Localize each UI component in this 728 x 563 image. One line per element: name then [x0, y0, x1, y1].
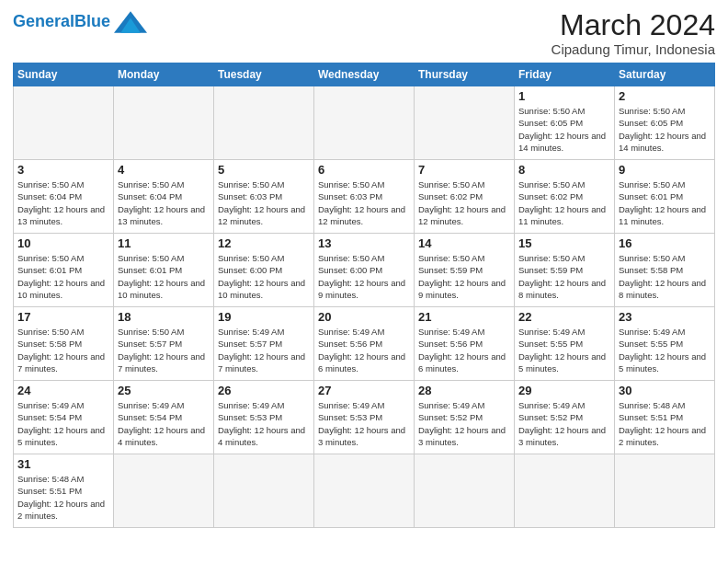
day-number: 5 [218, 163, 310, 177]
calendar-cell: 5Sunrise: 5:50 AM Sunset: 6:03 PM Daylig… [214, 160, 314, 234]
day-number: 31 [17, 457, 109, 471]
location-title: Cipadung Timur, Indonesia [552, 41, 715, 57]
logo: GeneralBlue [13, 9, 147, 35]
calendar-cell: 30Sunrise: 5:48 AM Sunset: 5:51 PM Dayli… [615, 381, 715, 454]
month-title: March 2024 [552, 9, 715, 41]
calendar-cell: 21Sunrise: 5:49 AM Sunset: 5:56 PM Dayli… [415, 307, 515, 381]
weekday-header: Thursday [415, 63, 515, 86]
calendar-cell: 2Sunrise: 5:50 AM Sunset: 6:05 PM Daylig… [615, 86, 715, 160]
calendar-cell: 15Sunrise: 5:50 AM Sunset: 5:59 PM Dayli… [515, 234, 615, 307]
day-info: Sunrise: 5:49 AM Sunset: 5:52 PM Dayligh… [518, 399, 610, 448]
calendar-cell: 4Sunrise: 5:50 AM Sunset: 6:04 PM Daylig… [114, 160, 214, 234]
day-number: 9 [619, 163, 711, 177]
day-info: Sunrise: 5:48 AM Sunset: 5:51 PM Dayligh… [17, 473, 109, 522]
calendar-cell [515, 454, 615, 528]
day-info: Sunrise: 5:48 AM Sunset: 5:51 PM Dayligh… [619, 399, 711, 448]
day-info: Sunrise: 5:50 AM Sunset: 6:02 PM Dayligh… [518, 178, 610, 227]
day-number: 20 [318, 310, 410, 324]
calendar-week-row: 3Sunrise: 5:50 AM Sunset: 6:04 PM Daylig… [14, 160, 715, 234]
calendar-cell [14, 86, 114, 160]
calendar-cell: 31Sunrise: 5:48 AM Sunset: 5:51 PM Dayli… [14, 454, 114, 528]
calendar-week-row: 17Sunrise: 5:50 AM Sunset: 5:58 PM Dayli… [14, 307, 715, 381]
day-number: 4 [118, 163, 210, 177]
day-info: Sunrise: 5:50 AM Sunset: 6:05 PM Dayligh… [619, 105, 711, 154]
day-number: 27 [318, 384, 410, 397]
day-number: 25 [118, 384, 210, 397]
day-info: Sunrise: 5:49 AM Sunset: 5:55 PM Dayligh… [518, 326, 610, 374]
calendar-cell: 7Sunrise: 5:50 AM Sunset: 6:02 PM Daylig… [415, 160, 515, 234]
day-info: Sunrise: 5:50 AM Sunset: 6:01 PM Dayligh… [17, 252, 109, 301]
calendar-cell: 26Sunrise: 5:49 AM Sunset: 5:53 PM Dayli… [214, 381, 314, 454]
calendar-week-row: 24Sunrise: 5:49 AM Sunset: 5:54 PM Dayli… [14, 381, 715, 454]
calendar-table: SundayMondayTuesdayWednesdayThursdayFrid… [13, 63, 715, 528]
day-number: 21 [418, 310, 510, 324]
day-info: Sunrise: 5:50 AM Sunset: 6:01 PM Dayligh… [118, 252, 210, 301]
calendar-cell [415, 86, 515, 160]
day-info: Sunrise: 5:49 AM Sunset: 5:54 PM Dayligh… [17, 399, 109, 448]
calendar-cell: 19Sunrise: 5:49 AM Sunset: 5:57 PM Dayli… [214, 307, 314, 381]
day-info: Sunrise: 5:50 AM Sunset: 5:59 PM Dayligh… [418, 252, 510, 301]
day-number: 3 [17, 163, 109, 177]
day-number: 26 [218, 384, 310, 397]
day-number: 18 [118, 310, 210, 324]
calendar-cell: 16Sunrise: 5:50 AM Sunset: 5:58 PM Dayli… [615, 234, 715, 307]
calendar-cell [415, 454, 515, 528]
calendar-cell: 3Sunrise: 5:50 AM Sunset: 6:04 PM Daylig… [14, 160, 114, 234]
calendar-cell: 25Sunrise: 5:49 AM Sunset: 5:54 PM Dayli… [114, 381, 214, 454]
day-info: Sunrise: 5:49 AM Sunset: 5:57 PM Dayligh… [218, 326, 310, 374]
calendar-cell [314, 454, 415, 528]
calendar-cell [114, 454, 214, 528]
calendar-cell: 9Sunrise: 5:50 AM Sunset: 6:01 PM Daylig… [615, 160, 715, 234]
calendar-cell [214, 454, 314, 528]
day-info: Sunrise: 5:50 AM Sunset: 5:58 PM Dayligh… [619, 252, 711, 301]
day-info: Sunrise: 5:50 AM Sunset: 6:03 PM Dayligh… [218, 178, 310, 227]
day-number: 28 [418, 384, 510, 397]
day-info: Sunrise: 5:50 AM Sunset: 5:57 PM Dayligh… [118, 326, 210, 374]
calendar-cell: 13Sunrise: 5:50 AM Sunset: 6:00 PM Dayli… [314, 234, 415, 307]
day-info: Sunrise: 5:50 AM Sunset: 5:58 PM Dayligh… [17, 326, 109, 374]
calendar-cell: 11Sunrise: 5:50 AM Sunset: 6:01 PM Dayli… [114, 234, 214, 307]
weekday-header: Saturday [615, 63, 715, 86]
day-number: 10 [17, 236, 109, 250]
day-number: 22 [518, 310, 610, 324]
day-number: 19 [218, 310, 310, 324]
day-number: 15 [518, 236, 610, 250]
calendar-cell: 1Sunrise: 5:50 AM Sunset: 6:05 PM Daylig… [515, 86, 615, 160]
calendar-cell [214, 86, 314, 160]
day-number: 14 [418, 236, 510, 250]
calendar-cell: 27Sunrise: 5:49 AM Sunset: 5:53 PM Dayli… [314, 381, 415, 454]
day-number: 13 [318, 236, 410, 250]
day-info: Sunrise: 5:50 AM Sunset: 6:03 PM Dayligh… [318, 178, 410, 227]
day-info: Sunrise: 5:49 AM Sunset: 5:53 PM Dayligh… [218, 399, 310, 448]
calendar-cell: 18Sunrise: 5:50 AM Sunset: 5:57 PM Dayli… [114, 307, 214, 381]
day-number: 17 [17, 310, 109, 324]
day-number: 24 [17, 384, 109, 397]
day-info: Sunrise: 5:49 AM Sunset: 5:55 PM Dayligh… [619, 326, 711, 374]
logo-blue: Blue [74, 12, 110, 30]
day-number: 1 [518, 89, 610, 103]
day-number: 29 [518, 384, 610, 397]
calendar-cell: 12Sunrise: 5:50 AM Sunset: 6:00 PM Dayli… [214, 234, 314, 307]
calendar-cell: 28Sunrise: 5:49 AM Sunset: 5:52 PM Dayli… [415, 381, 515, 454]
day-info: Sunrise: 5:49 AM Sunset: 5:54 PM Dayligh… [118, 399, 210, 448]
logo-general: General [13, 12, 74, 30]
title-area: March 2024 Cipadung Timur, Indonesia [552, 9, 715, 57]
weekday-header: Monday [114, 63, 214, 86]
weekday-header: Friday [515, 63, 615, 86]
calendar-cell: 24Sunrise: 5:49 AM Sunset: 5:54 PM Dayli… [14, 381, 114, 454]
calendar-cell: 17Sunrise: 5:50 AM Sunset: 5:58 PM Dayli… [14, 307, 114, 381]
calendar-cell: 29Sunrise: 5:49 AM Sunset: 5:52 PM Dayli… [515, 381, 615, 454]
day-info: Sunrise: 5:50 AM Sunset: 6:00 PM Dayligh… [318, 252, 410, 301]
logo-text: GeneralBlue [13, 13, 110, 31]
calendar-cell: 10Sunrise: 5:50 AM Sunset: 6:01 PM Dayli… [14, 234, 114, 307]
weekday-header: Sunday [14, 63, 114, 86]
calendar-cell: 6Sunrise: 5:50 AM Sunset: 6:03 PM Daylig… [314, 160, 415, 234]
calendar-week-row: 31Sunrise: 5:48 AM Sunset: 5:51 PM Dayli… [14, 454, 715, 528]
calendar-cell: 14Sunrise: 5:50 AM Sunset: 5:59 PM Dayli… [415, 234, 515, 307]
day-info: Sunrise: 5:50 AM Sunset: 6:02 PM Dayligh… [418, 178, 510, 227]
day-info: Sunrise: 5:49 AM Sunset: 5:56 PM Dayligh… [418, 326, 510, 374]
weekday-header-row: SundayMondayTuesdayWednesdayThursdayFrid… [14, 63, 715, 86]
day-number: 7 [418, 163, 510, 177]
day-info: Sunrise: 5:50 AM Sunset: 6:04 PM Dayligh… [17, 178, 109, 227]
day-number: 8 [518, 163, 610, 177]
